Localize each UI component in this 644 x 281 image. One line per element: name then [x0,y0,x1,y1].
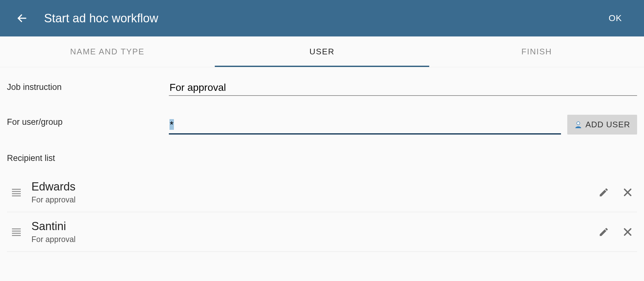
recipient-list-label: Recipient list [7,153,637,163]
list-item: Santini For approval [7,212,637,252]
add-user-button[interactable]: ADD USER [567,115,637,135]
drag-handle[interactable] [7,188,26,197]
job-instruction-label: Job instruction [7,80,169,92]
pencil-icon [598,227,609,237]
user-group-label: For user/group [7,115,169,127]
close-icon [622,187,633,198]
list-item: Edwards For approval [7,173,637,212]
tab-name-and-type[interactable]: NAME AND TYPE [0,36,215,67]
close-icon [622,227,633,237]
drag-lines-icon [11,228,22,236]
recipient-list: Edwards For approval Santini For approva… [7,173,637,252]
arrow-left-icon [16,13,28,24]
user-icon [574,121,582,129]
edit-button[interactable] [597,226,610,238]
wizard-tabs: NAME AND TYPE USER FINISH [0,36,644,67]
user-group-row: For user/group * ADD USER [7,115,637,135]
recipient-name: Edwards [31,180,597,193]
tab-user[interactable]: USER [215,36,430,67]
dialog-header: Start ad hoc workflow OK [0,0,644,36]
dialog-title: Start ad hoc workflow [44,12,602,25]
content-area: Job instruction For user/group * ADD USE… [0,67,644,252]
svg-point-1 [577,122,580,125]
delete-button[interactable] [621,226,634,238]
back-button[interactable] [16,12,28,25]
pencil-icon [598,187,609,198]
job-instruction-row: Job instruction [7,80,637,96]
user-group-input[interactable] [169,118,561,135]
drag-handle[interactable] [7,228,26,236]
recipient-name: Santini [31,220,597,233]
recipient-note: For approval [31,195,597,204]
edit-button[interactable] [597,186,610,199]
job-instruction-input[interactable] [169,80,637,96]
ok-button[interactable]: OK [602,10,628,26]
delete-button[interactable] [621,186,634,199]
add-user-label: ADD USER [586,120,630,129]
drag-lines-icon [11,188,22,197]
tab-finish[interactable]: FINISH [429,36,644,67]
recipient-note: For approval [31,235,597,244]
